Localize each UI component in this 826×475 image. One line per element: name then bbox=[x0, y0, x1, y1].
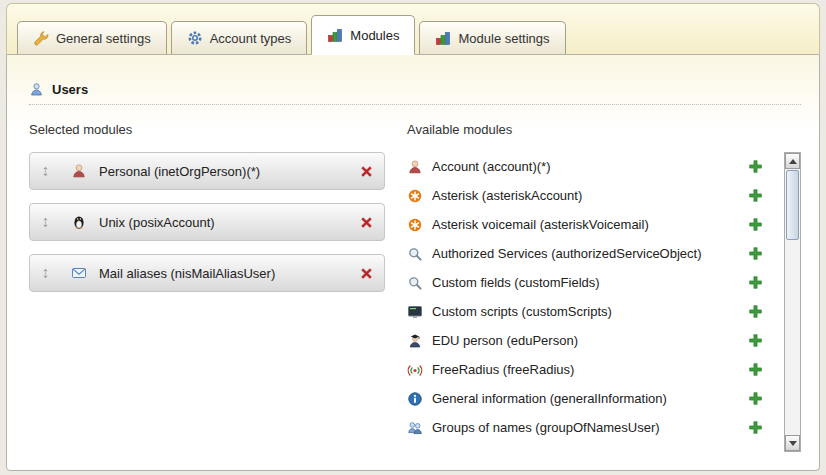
add-module-icon[interactable] bbox=[748, 420, 763, 435]
remove-module-icon[interactable] bbox=[359, 164, 374, 179]
add-module-icon[interactable] bbox=[748, 188, 763, 203]
available-module-label: Custom fields (customFields) bbox=[432, 275, 748, 290]
remove-module-icon[interactable] bbox=[359, 215, 374, 230]
tab-account-types[interactable]: Account types bbox=[171, 21, 308, 54]
drag-handle-icon[interactable] bbox=[40, 267, 51, 280]
selected-module-row: Personal (inetOrgPerson)(*) bbox=[29, 152, 385, 190]
available-module-row: Custom scripts (customScripts) bbox=[407, 297, 763, 326]
scroll-down-button[interactable] bbox=[785, 435, 800, 451]
section-title: Users bbox=[52, 82, 88, 97]
available-module-label: Account (account)(*) bbox=[432, 159, 748, 174]
available-module-row: Account (account)(*) bbox=[407, 152, 763, 181]
asterisk-icon bbox=[407, 217, 423, 233]
available-module-label: EDU person (eduPerson) bbox=[432, 333, 748, 348]
available-module-label: FreeRadius (freeRadius) bbox=[432, 362, 748, 377]
available-module-label: Custom scripts (customScripts) bbox=[432, 304, 748, 319]
tab-general-settings[interactable]: General settings bbox=[17, 21, 167, 54]
tab-modules[interactable]: Modules bbox=[311, 15, 415, 55]
scroll-thumb[interactable] bbox=[786, 170, 799, 240]
envelope-icon bbox=[71, 265, 87, 281]
available-modules-list: Account (account)(*) Asterisk (asteriskA… bbox=[407, 152, 801, 442]
modules-icon bbox=[327, 27, 343, 43]
triangle-down-icon bbox=[789, 441, 797, 446]
add-module-icon[interactable] bbox=[748, 333, 763, 348]
add-module-icon[interactable] bbox=[748, 217, 763, 232]
wrench-icon bbox=[33, 30, 49, 46]
add-module-icon[interactable] bbox=[748, 391, 763, 406]
selected-modules-list: Personal (inetOrgPerson)(*) Unix (posixA… bbox=[29, 152, 385, 292]
tab-label: General settings bbox=[56, 31, 151, 46]
selected-module-row: Unix (posixAccount) bbox=[29, 203, 385, 241]
modules-icon bbox=[435, 30, 451, 46]
tab-module-settings[interactable]: Module settings bbox=[419, 21, 565, 54]
available-module-row: FreeRadius (freeRadius) bbox=[407, 355, 763, 384]
radius-icon bbox=[407, 362, 423, 378]
available-modules-header: Available modules bbox=[407, 122, 801, 137]
penguin-icon bbox=[71, 214, 87, 230]
scroll-up-button[interactable] bbox=[785, 153, 800, 169]
tab-label: Account types bbox=[210, 31, 292, 46]
group-icon bbox=[407, 420, 423, 436]
info-icon bbox=[407, 391, 423, 407]
lam-configuration-page: General settings Account types Modules M… bbox=[0, 0, 826, 475]
add-module-icon[interactable] bbox=[748, 275, 763, 290]
available-module-row: EDU person (eduPerson) bbox=[407, 326, 763, 355]
available-module-row: Asterisk (asteriskAccount) bbox=[407, 181, 763, 210]
magnifier-icon bbox=[407, 246, 423, 262]
selected-module-label: Unix (posixAccount) bbox=[99, 215, 359, 230]
available-module-row: Custom fields (customFields) bbox=[407, 268, 763, 297]
add-module-icon[interactable] bbox=[748, 304, 763, 319]
tab-label: Modules bbox=[350, 28, 399, 43]
available-module-label: General information (generalInformation) bbox=[432, 391, 748, 406]
available-module-row: General information (generalInformation) bbox=[407, 384, 763, 413]
screen-icon bbox=[407, 304, 423, 320]
person-icon bbox=[71, 163, 87, 179]
available-module-label: Authorized Services (authorizedServiceOb… bbox=[432, 246, 748, 261]
gear-icon bbox=[187, 30, 203, 46]
add-module-icon[interactable] bbox=[748, 246, 763, 261]
edu-icon bbox=[407, 333, 423, 349]
user-icon bbox=[29, 82, 44, 97]
available-module-row: Groups of names (groupOfNamesUser) bbox=[407, 413, 763, 442]
scrollbar[interactable] bbox=[784, 152, 801, 452]
available-module-label: Asterisk (asteriskAccount) bbox=[432, 188, 748, 203]
triangle-up-icon bbox=[789, 159, 797, 164]
asterisk-icon bbox=[407, 188, 423, 204]
available-module-row: Authorized Services (authorizedServiceOb… bbox=[407, 239, 763, 268]
available-module-label: Groups of names (groupOfNamesUser) bbox=[432, 420, 748, 435]
remove-module-icon[interactable] bbox=[359, 266, 374, 281]
selected-module-row: Mail aliases (nisMailAliasUser) bbox=[29, 254, 385, 292]
tab-label: Module settings bbox=[458, 31, 549, 46]
drag-handle-icon[interactable] bbox=[40, 165, 51, 178]
add-module-icon[interactable] bbox=[748, 159, 763, 174]
selected-modules-header: Selected modules bbox=[29, 122, 385, 137]
magnifier-icon bbox=[407, 275, 423, 291]
selected-module-label: Personal (inetOrgPerson)(*) bbox=[99, 164, 359, 179]
person-icon bbox=[407, 159, 423, 175]
available-module-row: Asterisk voicemail (asteriskVoicemail) bbox=[407, 210, 763, 239]
tab-bar: General settings Account types Modules M… bbox=[6, 3, 820, 54]
add-module-icon[interactable] bbox=[748, 362, 763, 377]
selected-module-label: Mail aliases (nisMailAliasUser) bbox=[99, 266, 359, 281]
users-section-heading: Users bbox=[29, 82, 801, 105]
drag-handle-icon[interactable] bbox=[40, 216, 51, 229]
modules-panel: Users Selected modules Personal (inetOrg… bbox=[6, 54, 820, 471]
available-module-label: Asterisk voicemail (asteriskVoicemail) bbox=[432, 217, 748, 232]
